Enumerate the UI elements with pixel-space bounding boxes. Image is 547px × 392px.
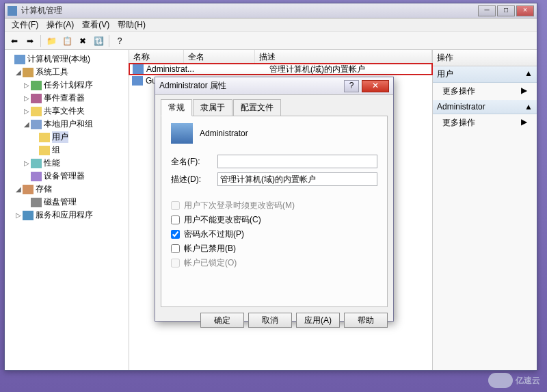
dialog-titlebar: Administrator 属性 ? ✕ — [155, 77, 393, 95]
dialog-title: Administrator 属性 — [159, 80, 344, 92]
maximize-button[interactable]: □ — [497, 5, 515, 16]
list-header: 名称 全名 描述 — [129, 50, 432, 64]
tree-root[interactable]: 计算机管理(本地) — [6, 53, 127, 66]
dialog-close-button[interactable]: ✕ — [362, 80, 389, 92]
chk-locked: 帐户已锁定(O) — [171, 257, 377, 269]
refresh-button[interactable]: 🔃 — [92, 34, 105, 48]
dialog-username: Administrator — [200, 129, 248, 138]
toolbar: ⬅ ➡ 📁 📋 ✖ 🔃 ? — [5, 32, 537, 50]
watermark: 亿速云 — [488, 373, 540, 388]
tree-diskmgr[interactable]: 磁盘管理 — [6, 196, 127, 209]
tab-general[interactable]: 常规 — [161, 99, 192, 116]
cloud-icon — [488, 373, 513, 388]
ok-button[interactable]: 确定 — [200, 313, 244, 328]
chevron-right-icon: ▶ — [521, 86, 527, 97]
col-description[interactable]: 描述 — [255, 50, 432, 63]
tree-performance[interactable]: ▷性能 — [6, 157, 127, 170]
menu-view[interactable]: 查看(V) — [78, 18, 114, 32]
app-icon — [8, 6, 17, 16]
actions-pane: 操作 用户▲ 更多操作▶ Administrator▲ 更多操作▶ — [433, 50, 537, 370]
chk-disabled[interactable]: 帐户已禁用(B) — [171, 243, 377, 254]
tree-storage[interactable]: ◢存储 — [6, 183, 127, 196]
collapse-icon: ▲ — [524, 68, 533, 80]
tree-pane: 计算机管理(本地) ◢系统工具 ▷任务计划程序 ▷事件查看器 ▷共享文件夹 ◢本… — [5, 50, 129, 370]
dialog-body: Administrator 全名(F): 描述(D): 用户下次登录时须更改密码… — [161, 116, 388, 307]
col-fullname[interactable]: 全名 — [184, 50, 255, 63]
cancel-button[interactable]: 取消 — [248, 313, 292, 328]
col-name[interactable]: 名称 — [129, 50, 184, 63]
menubar: 文件(F) 操作(A) 查看(V) 帮助(H) — [5, 18, 537, 32]
tree-localusers[interactable]: ◢本地用户和组 — [6, 118, 127, 131]
menu-help[interactable]: 帮助(H) — [114, 18, 150, 32]
user-avatar-icon — [171, 123, 193, 144]
actions-more-users[interactable]: 更多操作▶ — [433, 83, 537, 100]
tree-sharedfolders[interactable]: ▷共享文件夹 — [6, 105, 127, 118]
tree-eventviewer[interactable]: ▷事件查看器 — [6, 92, 127, 105]
close-button[interactable]: × — [516, 5, 534, 16]
user-icon — [133, 64, 144, 74]
tree-scheduler[interactable]: ▷任务计划程序 — [6, 79, 127, 92]
properties-button[interactable]: 📋 — [60, 34, 74, 48]
tree-services[interactable]: ▷服务和应用程序 — [6, 209, 127, 222]
titlebar: 计算机管理 ─ □ × — [5, 3, 537, 18]
tree-groups[interactable]: 组 — [6, 144, 127, 157]
minimize-button[interactable]: ─ — [478, 5, 496, 16]
help-button[interactable]: 帮助 — [344, 313, 388, 328]
chk-neverexpire[interactable]: 密码永不过期(P) — [171, 228, 377, 240]
menu-action[interactable]: 操作(A) — [42, 18, 78, 32]
menu-file[interactable]: 文件(F) — [8, 18, 42, 32]
forward-button[interactable]: ➡ — [23, 34, 37, 48]
actions-title: 操作 — [433, 50, 537, 66]
fullname-input[interactable] — [217, 155, 377, 168]
delete-button[interactable]: ✖ — [76, 34, 90, 48]
tree-devicemgr[interactable]: 设备管理器 — [6, 170, 127, 183]
chevron-right-icon: ▶ — [521, 117, 527, 129]
apply-button[interactable]: 应用(A) — [296, 313, 340, 328]
fullname-label: 全名(F): — [171, 156, 217, 168]
description-label: 描述(D): — [171, 174, 217, 185]
tab-memberof[interactable]: 隶属于 — [193, 99, 232, 116]
chk-cantchange[interactable]: 用户不能更改密码(C) — [171, 214, 377, 226]
tab-profile[interactable]: 配置文件 — [233, 99, 281, 116]
list-row-administrator[interactable]: Administrat... 管理计算机(域)的内置帐户 — [129, 63, 433, 75]
tree-systools[interactable]: ◢系统工具 — [6, 66, 127, 79]
actions-group-admin[interactable]: Administrator▲ — [433, 100, 537, 114]
user-icon — [132, 76, 143, 86]
properties-dialog: Administrator 属性 ? ✕ 常规 隶属于 配置文件 Adminis… — [155, 77, 394, 322]
actions-group-users[interactable]: 用户▲ — [433, 66, 537, 83]
chk-mustchange: 用户下次登录时须更改密码(M) — [171, 200, 377, 211]
tree-users[interactable]: 用户 — [6, 131, 127, 144]
dialog-tabs: 常规 隶属于 配置文件 — [161, 99, 388, 116]
actions-more-admin[interactable]: 更多操作▶ — [433, 114, 537, 131]
up-button[interactable]: 📁 — [44, 34, 58, 48]
back-button[interactable]: ⬅ — [8, 34, 21, 48]
window-title: 计算机管理 — [21, 5, 478, 16]
description-input[interactable] — [217, 172, 377, 186]
collapse-icon: ▲ — [524, 102, 533, 112]
dialog-help-button[interactable]: ? — [344, 80, 359, 92]
help-button[interactable]: ? — [113, 34, 126, 48]
